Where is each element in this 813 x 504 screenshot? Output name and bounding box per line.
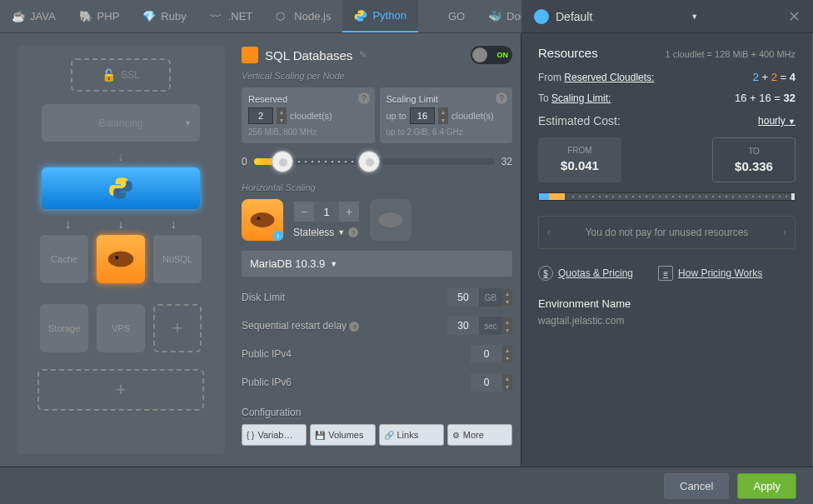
svg-point-3 xyxy=(257,217,261,220)
how-pricing-link[interactable]: ≡How Pricing Works xyxy=(658,266,762,281)
ipv4-stepper[interactable]: ▲▼ xyxy=(502,346,512,362)
disk-unit: GB xyxy=(479,288,502,307)
hs-node-icon[interactable]: i xyxy=(242,199,283,241)
cancel-button[interactable]: Cancel xyxy=(664,473,729,499)
reserved-spec: 256 MiB, 800 MHz xyxy=(248,127,368,137)
cost-label: Estimated Cost: xyxy=(538,114,621,127)
limit-panel: Scaling Limit ? up to ▲▼ cloudlet(s) up … xyxy=(380,87,513,143)
balancing-box[interactable]: Balancing ▼ xyxy=(42,104,200,142)
more-label: More xyxy=(463,430,484,440)
cache-label: Cache xyxy=(51,254,77,264)
disk-stepper[interactable]: ▲▼ xyxy=(502,289,512,306)
reserved-panel: Reserved ? ▲▼ cloudlet(s) 256 MiB, 800 M… xyxy=(242,87,375,143)
db-version-select[interactable]: MariaDB 10.3.9 ▼ xyxy=(242,251,512,277)
mariadb-icon xyxy=(376,205,406,235)
env-label: Environment Name xyxy=(538,297,796,310)
db-version-label: MariaDB 10.3.9 xyxy=(250,257,325,270)
tab-php[interactable]: 🐘PHP xyxy=(67,0,132,32)
arrow-left-icon[interactable]: ‹ xyxy=(547,227,551,238)
limit-link[interactable]: Scaling Limit: xyxy=(551,92,611,104)
sql-box[interactable] xyxy=(97,235,145,283)
scaling-mode-select[interactable]: Stateless▼? xyxy=(293,227,360,238)
tab-java-label: JAVA xyxy=(30,10,56,22)
period-select[interactable]: hourly ▼ xyxy=(758,115,796,127)
limit-input[interactable] xyxy=(410,107,435,124)
reserved-link[interactable]: Reserved Cloudlets: xyxy=(564,72,654,83)
cloudlet-def: 1 cloudlet = 128 MiB + 400 MHz xyxy=(665,49,796,59)
net-icon: 〰 xyxy=(210,10,223,23)
quotas-link[interactable]: $Quotas & Pricing xyxy=(538,266,633,281)
limit-spec: 2 GiB, 6.4 GHz xyxy=(407,127,463,137)
ipv4-input[interactable] xyxy=(471,345,502,363)
region-bar: Default ▼ ✕ xyxy=(521,0,813,33)
variables-button[interactable]: { }Variab… xyxy=(242,424,307,446)
price-from-card: FROM $0.041 xyxy=(538,137,621,182)
go-icon xyxy=(430,10,443,23)
reserved-input[interactable] xyxy=(248,107,273,124)
ssl-box[interactable]: SSL xyxy=(71,58,171,92)
more-button[interactable]: ⚙More xyxy=(447,424,512,446)
add-layer-box[interactable]: + xyxy=(37,369,204,411)
app-server-box[interactable] xyxy=(42,167,200,209)
reserved-unit: cloudlet(s) xyxy=(290,111,332,121)
tab-net[interactable]: 〰.NET xyxy=(198,0,265,32)
doc-icon: ≡ xyxy=(658,266,673,281)
hs-node-off[interactable] xyxy=(370,199,411,241)
help-icon[interactable]: ? xyxy=(358,92,370,104)
help-icon[interactable]: ? xyxy=(349,322,359,332)
reserved-handle[interactable] xyxy=(272,151,293,172)
svg-point-1 xyxy=(115,256,118,259)
delay-input[interactable] xyxy=(447,317,479,335)
tip-text: You do not pay for unused resources xyxy=(586,227,749,238)
pencil-icon[interactable]: ✎ xyxy=(359,49,367,61)
cloudlet-slider[interactable] xyxy=(254,158,495,165)
limit-unit: cloudlet(s) xyxy=(451,111,494,121)
price-to-lbl: TO xyxy=(721,147,786,156)
ipv6-input[interactable] xyxy=(471,373,502,392)
nosql-box[interactable]: NoSQL xyxy=(153,235,202,283)
tab-python[interactable]: Python xyxy=(342,0,417,32)
volumes-button[interactable]: 💾Volumes xyxy=(310,424,375,446)
tab-java[interactable]: ☕JAVA xyxy=(0,0,67,32)
from-b: 2 xyxy=(771,71,777,83)
help-icon[interactable]: ? xyxy=(348,227,358,237)
volumes-label: Volumes xyxy=(328,430,363,440)
tab-node[interactable]: ⬡Node.js xyxy=(264,0,342,32)
dollar-icon: $ xyxy=(538,266,553,281)
reserved-stepper[interactable]: ▲▼ xyxy=(277,107,287,124)
region-selector[interactable]: Default ▼ xyxy=(534,9,698,24)
hs-plus-button[interactable]: + xyxy=(339,202,359,222)
apply-button[interactable]: Apply xyxy=(737,473,796,499)
limit-handle[interactable] xyxy=(358,151,380,172)
storage-box[interactable]: Storage xyxy=(40,304,88,352)
tab-ruby[interactable]: 💎Ruby xyxy=(131,0,197,32)
hs-minus-button[interactable]: − xyxy=(294,202,314,222)
limit-stepper[interactable]: ▲▼ xyxy=(438,107,448,124)
vps-box[interactable]: VPS xyxy=(97,304,145,352)
upto-label: up to xyxy=(387,111,406,121)
delay-stepper[interactable]: ▲▼ xyxy=(502,317,512,334)
tab-node-label: Node.js xyxy=(294,10,331,22)
arrow-right-icon[interactable]: › xyxy=(783,227,786,238)
disk-input[interactable] xyxy=(447,288,479,307)
svg-point-0 xyxy=(108,252,133,267)
scaling-mode-label: Stateless xyxy=(293,227,334,238)
ipv6-stepper[interactable]: ▲▼ xyxy=(502,374,512,391)
ssl-label: SSL xyxy=(121,69,140,81)
info-icon[interactable]: i xyxy=(273,231,283,241)
help-icon[interactable]: ? xyxy=(496,92,507,104)
links-button[interactable]: 🔗Links xyxy=(379,424,444,446)
close-icon[interactable]: ✕ xyxy=(788,7,801,26)
price-to-val: $0.336 xyxy=(721,159,786,173)
add-extra-box[interactable]: + xyxy=(153,304,202,352)
footer: Cancel Apply xyxy=(0,467,813,504)
cache-box[interactable]: Cache xyxy=(40,235,88,283)
toggle-on-label: ON xyxy=(497,51,509,59)
link-icon: 🔗 xyxy=(384,431,394,440)
disk-label: Disk Limit xyxy=(242,292,285,303)
toggle-switch[interactable]: ON xyxy=(471,46,512,64)
tab-go[interactable]: GO xyxy=(418,0,476,32)
nosql-label: NoSQL xyxy=(162,254,192,264)
price-to-card: TO $0.336 xyxy=(712,137,796,182)
chevron-down-icon: ▼ xyxy=(330,260,337,268)
